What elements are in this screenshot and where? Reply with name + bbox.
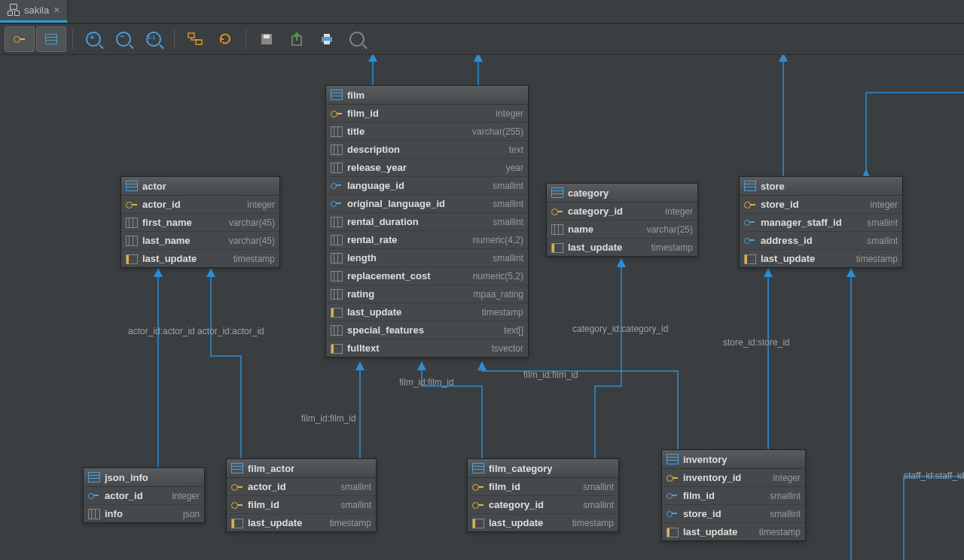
tab-bar: sakila ×	[0, 0, 964, 24]
table-store[interactable]: store store_id integer manager_staff_id …	[739, 176, 903, 268]
svg-rect-6	[324, 34, 330, 37]
column-type: integer	[496, 108, 523, 119]
column-row[interactable]: special_features text[]	[326, 321, 528, 339]
table-icon	[231, 463, 243, 473]
column-name: last_update	[568, 242, 647, 253]
column-row[interactable]: last_name varchar(45)	[121, 232, 279, 250]
column-row[interactable]: film_id smallint	[227, 496, 376, 514]
table-actor[interactable]: actor actor_id integer first_name varcha…	[120, 176, 280, 268]
table-json_info[interactable]: json_info actor_id integer info json	[83, 467, 205, 523]
table-icon	[45, 34, 57, 44]
pk-icon	[231, 500, 243, 510]
column-row[interactable]: category_id integer	[547, 202, 697, 221]
idx-icon	[126, 254, 138, 264]
table-header[interactable]: category	[547, 184, 697, 202]
column-row[interactable]: rental_rate numeric(4,2)	[326, 231, 528, 249]
close-icon[interactable]: ×	[53, 4, 59, 16]
column-name: last_update	[683, 526, 755, 537]
save-button[interactable]	[252, 27, 281, 51]
print-button[interactable]	[313, 27, 341, 51]
column-name: category_id	[489, 499, 578, 510]
column-row[interactable]: category_id smallint	[468, 496, 618, 514]
table-category[interactable]: category category_id integer name varcha…	[546, 183, 698, 257]
table-header[interactable]: film_actor	[227, 459, 376, 478]
column-name: first_name	[142, 217, 224, 228]
column-type: smallint	[583, 500, 614, 510]
column-row[interactable]: last_update timestamp	[740, 250, 902, 267]
col-icon	[551, 224, 563, 235]
zoom-in-button[interactable]	[79, 27, 108, 51]
refresh-button[interactable]	[211, 27, 239, 51]
fk-icon	[331, 181, 343, 191]
edge-label: staff_id:staff_id	[904, 470, 964, 481]
column-row[interactable]: replacement_cost numeric(5,2)	[326, 267, 528, 285]
find-button[interactable]	[343, 27, 371, 51]
table-header[interactable]: film	[326, 86, 528, 105]
column-row[interactable]: description text	[326, 141, 528, 159]
column-row[interactable]: actor_id smallint	[227, 478, 376, 496]
table-inventory[interactable]: inventory inventory_id integer film_id s…	[661, 449, 806, 541]
view-key-columns-button[interactable]	[5, 26, 35, 52]
column-row[interactable]: last_update timestamp	[547, 239, 697, 256]
table-header[interactable]: actor	[121, 177, 279, 196]
column-row[interactable]: actor_id integer	[121, 196, 279, 214]
edge-label: film_id:film_id	[523, 370, 578, 380]
column-row[interactable]: address_id smallint	[740, 232, 902, 250]
column-name: last_update	[347, 306, 477, 318]
column-row[interactable]: manager_staff_id smallint	[740, 214, 902, 232]
tab-sakila[interactable]: sakila ×	[0, 0, 68, 23]
zoom-out-button[interactable]	[109, 27, 138, 51]
column-type: integer	[773, 473, 801, 483]
column-name: film_id	[347, 108, 491, 119]
column-row[interactable]: original_language_id smallint	[326, 195, 528, 213]
column-row[interactable]: info json	[84, 505, 204, 522]
table-header[interactable]: inventory	[662, 450, 805, 469]
column-row[interactable]: last_update timestamp	[326, 303, 528, 321]
table-film_category[interactable]: film_category film_id smallint category_…	[467, 458, 619, 532]
column-type: smallint	[867, 218, 898, 228]
toolbar	[0, 24, 964, 55]
column-row[interactable]: last_update timestamp	[468, 514, 618, 531]
table-header[interactable]: json_info	[84, 468, 204, 487]
zoom-actual-button[interactable]	[139, 27, 168, 51]
idx-icon	[744, 254, 756, 264]
fk-icon	[744, 236, 756, 246]
column-row[interactable]: fulltext tsvector	[326, 339, 528, 357]
column-row[interactable]: release_year year	[326, 159, 528, 177]
find-icon	[349, 32, 365, 47]
column-row[interactable]: length smallint	[326, 249, 528, 267]
fk-icon	[331, 199, 343, 209]
column-row[interactable]: film_id smallint	[662, 487, 805, 505]
column-type: integer	[665, 206, 693, 217]
column-row[interactable]: last_update timestamp	[227, 514, 376, 531]
auto-layout-button[interactable]	[181, 27, 209, 51]
view-all-columns-button[interactable]	[36, 26, 66, 52]
column-row[interactable]: inventory_id integer	[662, 469, 805, 487]
column-type: numeric(5,2)	[473, 271, 523, 282]
table-film[interactable]: film film_id integer title varchar(255) …	[325, 85, 529, 358]
export-icon	[290, 32, 304, 47]
column-type: tsvector	[492, 343, 523, 354]
column-row[interactable]: rental_duration smallint	[326, 213, 528, 231]
column-row[interactable]: name varchar(25)	[547, 221, 697, 239]
column-type: varchar(45)	[229, 236, 275, 246]
column-row[interactable]: last_update timestamp	[662, 523, 805, 540]
column-row[interactable]: title varchar(255)	[326, 123, 528, 141]
column-row[interactable]: film_id integer	[326, 105, 528, 123]
column-name: last_update	[489, 517, 568, 528]
column-type: smallint	[493, 199, 523, 209]
table-header[interactable]: store	[740, 177, 902, 196]
table-header[interactable]: film_category	[468, 459, 618, 478]
col-icon	[331, 163, 343, 173]
diagram-canvas[interactable]: actor_id:actor_id actor_id:actor_id film…	[0, 55, 964, 560]
column-row[interactable]: store_id smallint	[662, 505, 805, 523]
column-row[interactable]: first_name varchar(45)	[121, 214, 279, 232]
column-row[interactable]: film_id smallint	[468, 478, 618, 496]
column-row[interactable]: rating mpaa_rating	[326, 285, 528, 303]
column-row[interactable]: actor_id integer	[84, 487, 204, 505]
column-row[interactable]: language_id smallint	[326, 177, 528, 195]
export-button[interactable]	[282, 27, 311, 51]
table-film_actor[interactable]: film_actor actor_id smallint film_id sma…	[226, 458, 377, 532]
column-row[interactable]: last_update timestamp	[121, 250, 279, 267]
column-row[interactable]: store_id integer	[740, 196, 902, 214]
